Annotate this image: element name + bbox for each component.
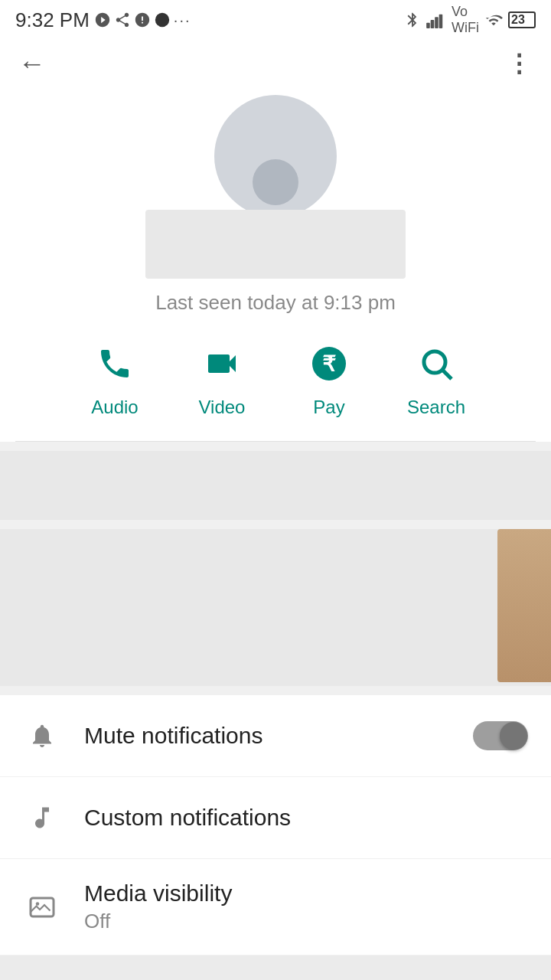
video-call-button[interactable]: Video (168, 345, 276, 418)
settings-list: Mute notifications Custom notifications … (0, 695, 551, 956)
back-button[interactable]: ← (18, 47, 46, 80)
status-time: 9:32 PM (15, 8, 90, 32)
avatar-head (253, 159, 298, 205)
svg-rect-3 (435, 17, 439, 28)
music-note-icon (23, 799, 61, 837)
mute-notifications-text: Mute notifications (84, 723, 473, 749)
section-divider-2 (0, 520, 551, 529)
last-seen-text: Last seen today at 9:13 pm (155, 291, 396, 315)
media-visibility-text: Media visibility Off (84, 880, 528, 933)
custom-notifications-text: Custom notifications (84, 805, 528, 831)
image-icon (23, 888, 61, 926)
svg-text:₹: ₹ (322, 352, 336, 376)
status-icons: ··· (94, 11, 191, 29)
status-bar: 9:32 PM ··· VoWiFi 23 (0, 0, 551, 40)
media-row-placeholder (0, 451, 551, 520)
mute-notifications-item[interactable]: Mute notifications (0, 695, 551, 777)
svg-rect-4 (439, 15, 443, 28)
pay-label: Pay (313, 397, 344, 418)
search-button[interactable]: Search (383, 345, 490, 418)
bottom-section-placeholder (0, 956, 551, 980)
contact-name-placeholder (145, 210, 406, 279)
bell-icon (23, 717, 61, 755)
video-label: Video (199, 397, 246, 418)
rupee-icon: ₹ (311, 345, 347, 389)
profile-section: Last seen today at 9:13 pm (0, 87, 551, 330)
media-gallery-placeholder (0, 529, 551, 686)
svg-point-7 (424, 351, 445, 373)
mute-notifications-toggle[interactable] (473, 721, 528, 750)
more-options-button[interactable]: ⋮ (507, 49, 533, 78)
video-icon (204, 345, 240, 389)
action-buttons-row: Audio Video ₹ Pay Search (0, 330, 551, 441)
shared-media-section-1 (0, 451, 551, 520)
search-label: Search (407, 397, 465, 418)
section-divider-1 (0, 442, 551, 451)
avatar (214, 95, 337, 217)
section-divider-3 (0, 686, 551, 695)
svg-point-0 (155, 13, 169, 27)
phone-icon (96, 345, 133, 389)
status-right-icons: VoWiFi 23 (404, 4, 536, 36)
svg-point-10 (36, 902, 40, 906)
audio-label: Audio (91, 397, 138, 418)
custom-notifications-title: Custom notifications (84, 805, 528, 831)
svg-line-8 (443, 371, 452, 379)
search-icon (418, 345, 455, 389)
media-visibility-title: Media visibility (84, 880, 528, 906)
svg-rect-2 (431, 20, 435, 28)
battery-indicator: 23 (508, 11, 536, 28)
media-gallery-thumbnail (497, 529, 551, 682)
audio-call-button[interactable]: Audio (61, 345, 168, 418)
top-navigation: ← ⋮ (0, 40, 551, 87)
custom-notifications-item[interactable]: Custom notifications (0, 777, 551, 859)
media-visibility-item[interactable]: Media visibility Off (0, 859, 551, 956)
svg-rect-1 (426, 23, 430, 28)
toggle-knob (500, 722, 527, 750)
mute-notifications-title: Mute notifications (84, 723, 473, 749)
shared-media-section-2 (0, 529, 551, 686)
pay-button[interactable]: ₹ Pay (276, 345, 383, 418)
media-visibility-subtitle: Off (84, 910, 528, 933)
